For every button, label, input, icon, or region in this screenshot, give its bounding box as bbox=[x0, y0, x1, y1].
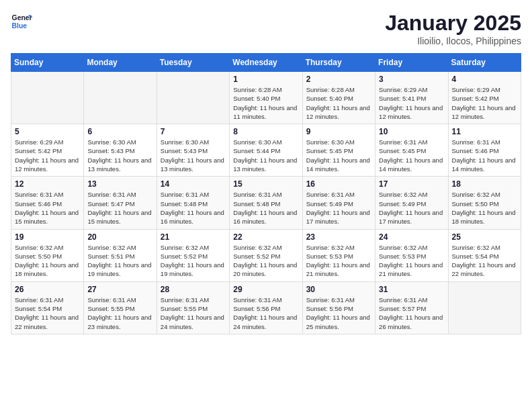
daylight-text: Daylight: 11 hours and 12 minutes. bbox=[452, 104, 516, 120]
sunset-text: Sunset: 5:47 PM bbox=[87, 200, 134, 208]
sunrise-text: Sunrise: 6:31 AM bbox=[379, 296, 427, 304]
calendar-cell: 18Sunrise: 6:32 AMSunset: 5:50 PMDayligh… bbox=[448, 177, 521, 229]
calendar-cell bbox=[84, 72, 157, 124]
sunset-text: Sunset: 5:53 PM bbox=[306, 253, 353, 260]
weekday-header-row: SundayMondayTuesdayWednesdayThursdayFrid… bbox=[11, 54, 521, 72]
sunrise-text: Sunrise: 6:28 AM bbox=[306, 86, 355, 93]
sunset-text: Sunset: 5:40 PM bbox=[233, 95, 280, 102]
sunset-text: Sunset: 5:57 PM bbox=[379, 305, 426, 312]
day-number: 16 bbox=[306, 179, 371, 189]
day-info: Sunrise: 6:30 AMSunset: 5:45 PMDaylight:… bbox=[306, 138, 371, 173]
sunset-text: Sunset: 5:54 PM bbox=[15, 305, 62, 312]
sunset-text: Sunset: 5:52 PM bbox=[161, 253, 208, 260]
calendar-cell: 21Sunrise: 6:32 AMSunset: 5:52 PMDayligh… bbox=[157, 229, 229, 281]
calendar-week-5: 26Sunrise: 6:31 AMSunset: 5:54 PMDayligh… bbox=[11, 281, 521, 334]
sunrise-text: Sunrise: 6:28 AM bbox=[233, 86, 281, 93]
day-number: 21 bbox=[161, 232, 226, 242]
day-number: 22 bbox=[233, 232, 298, 242]
calendar-cell: 15Sunrise: 6:31 AMSunset: 5:48 PMDayligh… bbox=[230, 177, 302, 229]
calendar-cell: 11Sunrise: 6:31 AMSunset: 5:46 PMDayligh… bbox=[448, 124, 521, 177]
sunset-text: Sunset: 5:40 PM bbox=[306, 95, 353, 102]
day-info: Sunrise: 6:31 AMSunset: 5:46 PMDaylight:… bbox=[452, 138, 517, 173]
sunrise-text: Sunrise: 6:31 AM bbox=[233, 191, 281, 198]
daylight-text: Daylight: 11 hours and 13 minutes. bbox=[161, 156, 224, 173]
sunrise-text: Sunrise: 6:31 AM bbox=[161, 191, 209, 198]
calendar-cell: 17Sunrise: 6:32 AMSunset: 5:49 PMDayligh… bbox=[375, 177, 448, 229]
calendar-cell: 1Sunrise: 6:28 AMSunset: 5:40 PMDaylight… bbox=[230, 72, 302, 124]
daylight-text: Daylight: 11 hours and 22 minutes. bbox=[452, 261, 516, 277]
calendar-cell: 10Sunrise: 6:31 AMSunset: 5:45 PMDayligh… bbox=[375, 124, 448, 177]
sunset-text: Sunset: 5:46 PM bbox=[452, 147, 499, 154]
logo-icon: General Blue bbox=[11, 11, 32, 32]
sunrise-text: Sunrise: 6:31 AM bbox=[15, 296, 63, 304]
day-info: Sunrise: 6:29 AMSunset: 5:41 PMDaylight:… bbox=[379, 85, 444, 121]
day-number: 5 bbox=[15, 127, 80, 136]
daylight-text: Daylight: 11 hours and 12 minutes. bbox=[379, 104, 443, 120]
day-info: Sunrise: 6:31 AMSunset: 5:56 PMDaylight:… bbox=[233, 295, 298, 331]
sunrise-text: Sunrise: 6:30 AM bbox=[161, 138, 209, 146]
sunset-text: Sunset: 5:45 PM bbox=[379, 147, 426, 154]
sunrise-text: Sunrise: 6:31 AM bbox=[15, 191, 63, 198]
sunset-text: Sunset: 5:46 PM bbox=[15, 200, 62, 208]
weekday-header-thursday: Thursday bbox=[302, 54, 375, 72]
calendar-body: 1Sunrise: 6:28 AMSunset: 5:40 PMDaylight… bbox=[11, 72, 521, 334]
weekday-header-tuesday: Tuesday bbox=[157, 54, 229, 72]
sunset-text: Sunset: 5:54 PM bbox=[452, 253, 499, 260]
sunset-text: Sunset: 5:50 PM bbox=[15, 253, 62, 260]
calendar-cell: 27Sunrise: 6:31 AMSunset: 5:55 PMDayligh… bbox=[84, 281, 157, 334]
day-number: 25 bbox=[452, 232, 517, 242]
day-info: Sunrise: 6:32 AMSunset: 5:50 PMDaylight:… bbox=[15, 243, 80, 279]
sunrise-text: Sunrise: 6:32 AM bbox=[452, 244, 500, 251]
sunset-text: Sunset: 5:48 PM bbox=[161, 200, 208, 208]
daylight-text: Daylight: 11 hours and 16 minutes. bbox=[161, 209, 224, 225]
daylight-text: Daylight: 11 hours and 14 minutes. bbox=[306, 156, 370, 173]
sunrise-text: Sunrise: 6:31 AM bbox=[161, 296, 209, 304]
calendar-cell: 19Sunrise: 6:32 AMSunset: 5:50 PMDayligh… bbox=[11, 229, 84, 281]
day-info: Sunrise: 6:30 AMSunset: 5:44 PMDaylight:… bbox=[233, 138, 298, 173]
sunrise-text: Sunrise: 6:30 AM bbox=[306, 138, 355, 146]
daylight-text: Daylight: 11 hours and 25 minutes. bbox=[306, 314, 370, 330]
day-number: 18 bbox=[452, 179, 517, 189]
calendar-cell: 4Sunrise: 6:29 AMSunset: 5:42 PMDaylight… bbox=[448, 72, 521, 124]
sunrise-text: Sunrise: 6:31 AM bbox=[233, 296, 281, 304]
day-number: 12 bbox=[15, 179, 80, 189]
day-info: Sunrise: 6:32 AMSunset: 5:51 PMDaylight:… bbox=[87, 243, 152, 279]
sunrise-text: Sunrise: 6:30 AM bbox=[233, 138, 281, 146]
calendar-cell bbox=[157, 72, 229, 124]
sunrise-text: Sunrise: 6:31 AM bbox=[379, 138, 427, 146]
day-info: Sunrise: 6:31 AMSunset: 5:47 PMDaylight:… bbox=[87, 190, 152, 226]
calendar-cell: 28Sunrise: 6:31 AMSunset: 5:55 PMDayligh… bbox=[157, 281, 229, 334]
sunrise-text: Sunrise: 6:31 AM bbox=[87, 296, 136, 304]
sunset-text: Sunset: 5:51 PM bbox=[87, 253, 134, 260]
day-number: 3 bbox=[379, 75, 444, 84]
day-number: 7 bbox=[161, 127, 226, 136]
calendar-cell: 2Sunrise: 6:28 AMSunset: 5:40 PMDaylight… bbox=[302, 72, 375, 124]
day-info: Sunrise: 6:32 AMSunset: 5:49 PMDaylight:… bbox=[379, 190, 444, 226]
sunrise-text: Sunrise: 6:32 AM bbox=[379, 244, 427, 251]
daylight-text: Daylight: 11 hours and 18 minutes. bbox=[15, 261, 79, 277]
calendar-week-3: 12Sunrise: 6:31 AMSunset: 5:46 PMDayligh… bbox=[11, 177, 521, 229]
calendar-cell bbox=[448, 281, 521, 334]
calendar-subtitle: Ilioilio, Ilocos, Philippines bbox=[385, 36, 521, 46]
daylight-text: Daylight: 11 hours and 17 minutes. bbox=[379, 209, 443, 225]
sunset-text: Sunset: 5:42 PM bbox=[15, 147, 62, 154]
sunset-text: Sunset: 5:44 PM bbox=[233, 147, 280, 154]
daylight-text: Daylight: 11 hours and 17 minutes. bbox=[306, 209, 370, 225]
daylight-text: Daylight: 11 hours and 11 minutes. bbox=[233, 104, 297, 120]
sunrise-text: Sunrise: 6:32 AM bbox=[233, 244, 281, 251]
day-number: 19 bbox=[15, 232, 80, 242]
day-info: Sunrise: 6:32 AMSunset: 5:54 PMDaylight:… bbox=[452, 243, 517, 279]
calendar-week-4: 19Sunrise: 6:32 AMSunset: 5:50 PMDayligh… bbox=[11, 229, 521, 281]
weekday-header-monday: Monday bbox=[84, 54, 157, 72]
calendar-cell: 20Sunrise: 6:32 AMSunset: 5:51 PMDayligh… bbox=[84, 229, 157, 281]
sunset-text: Sunset: 5:55 PM bbox=[161, 305, 208, 312]
day-number: 8 bbox=[233, 127, 298, 136]
day-number: 11 bbox=[452, 127, 517, 136]
day-info: Sunrise: 6:31 AMSunset: 5:57 PMDaylight:… bbox=[379, 295, 444, 331]
weekday-header-saturday: Saturday bbox=[448, 54, 521, 72]
day-number: 14 bbox=[161, 179, 226, 189]
sunrise-text: Sunrise: 6:32 AM bbox=[452, 191, 500, 198]
sunset-text: Sunset: 5:53 PM bbox=[379, 253, 426, 260]
day-info: Sunrise: 6:28 AMSunset: 5:40 PMDaylight:… bbox=[233, 85, 298, 121]
day-info: Sunrise: 6:32 AMSunset: 5:50 PMDaylight:… bbox=[452, 190, 517, 226]
